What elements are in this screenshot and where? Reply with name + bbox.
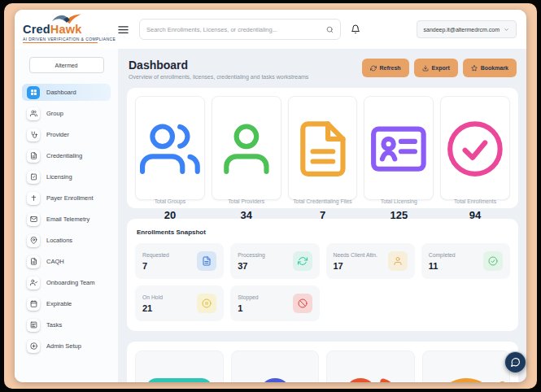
id-card-icon — [369, 105, 429, 193]
stat-card-total-providers[interactable]: Total Providers34 — [212, 96, 281, 200]
stat-card-total-credentialing-files[interactable]: Total Credentialing Files7 — [288, 96, 358, 200]
task-card-altermed-tasks[interactable]: Altermed Tasks15 — [422, 351, 511, 382]
tasks-icon — [27, 319, 40, 332]
task-card-total-tasks[interactable]: Total Tasks131 — [135, 351, 224, 382]
snapshot-card-text: On Hold21 — [142, 294, 163, 313]
ban-icon — [293, 294, 312, 313]
stat-value: 34 — [216, 209, 277, 221]
users-icon — [331, 359, 410, 382]
stat-card-total-licensing[interactable]: Total Licensing125 — [364, 96, 434, 200]
sidebar-item-licensing[interactable]: Licensing — [22, 168, 111, 185]
chat-icon — [510, 357, 521, 368]
stat-card-total-enrollments[interactable]: Total Enrollments94 — [440, 96, 510, 200]
file-text-icon — [27, 150, 40, 163]
sidebar-item-label: Payer Enrollment — [46, 194, 94, 202]
search-icon[interactable] — [326, 26, 334, 33]
download-icon — [422, 65, 429, 72]
sidebar-item-provider[interactable]: Provider — [22, 126, 111, 143]
sidebar-item-label: Email Telemetry — [46, 216, 89, 223]
stat-value: 125 — [369, 209, 429, 221]
snapshot-card-processing[interactable]: Processing37 — [230, 243, 319, 279]
sidebar-item-admin-setup[interactable]: Admin Setup — [22, 338, 111, 355]
check-circle-icon — [445, 105, 505, 193]
snapshot-grid: Requested7Processing37Needs Client Attn.… — [135, 243, 510, 321]
refresh-icon — [370, 65, 377, 72]
sidebar-item-expirable[interactable]: Expirable — [22, 295, 111, 312]
sidebar-item-label: CAQH — [46, 258, 64, 265]
file-text-icon — [293, 105, 353, 193]
medical-cross-icon — [27, 192, 40, 205]
sidebar-item-payer-enrollment[interactable]: Payer Enrollment — [22, 189, 111, 207]
mail-icon — [27, 213, 40, 226]
snapshot-label: Requested — [142, 252, 169, 258]
button-label: Refresh — [380, 65, 401, 71]
bell-icon[interactable] — [351, 24, 360, 34]
pause-circle-icon — [197, 294, 216, 313]
sidebar-item-label: Onboarding Team — [46, 279, 94, 286]
org-selector[interactable]: Altermed — [29, 57, 104, 73]
tasks-panel: Total Tasks131Provider Tasks23Group Task… — [127, 342, 518, 382]
hamburger-icon[interactable] — [117, 24, 129, 36]
sidebar-item-tasks[interactable]: Tasks — [22, 316, 111, 333]
stat-value: 7 — [293, 209, 353, 221]
user-menu[interactable]: sandeep.it@altermedrcm.com — [417, 20, 517, 38]
sidebar-item-locations[interactable]: Locations — [22, 232, 111, 249]
task-card-group-tasks[interactable]: Group Tasks86 — [326, 351, 415, 382]
sidebar-nav: DashboardGroupProviderCredentialingLicen… — [22, 84, 111, 355]
snapshot-card-text: Completed11 — [429, 252, 456, 271]
sidebar-item-onboarding-team[interactable]: Onboarding Team — [22, 274, 111, 291]
snapshot-title: Enrollments Snapshot — [137, 229, 508, 236]
global-search[interactable] — [139, 19, 341, 40]
chat-fab-button[interactable] — [504, 351, 526, 373]
snapshot-card-needs-client-attn[interactable]: Needs Client Attn.17 — [326, 243, 415, 279]
sidebar-item-dashboard[interactable]: Dashboard — [22, 84, 111, 101]
users-icon — [140, 105, 200, 193]
refresh-button[interactable]: Refresh — [362, 59, 409, 77]
snapshot-value: 37 — [238, 261, 265, 271]
brand-tagline: AI DRIVEN VERIFICATION & COMPLIANCE — [23, 37, 98, 43]
credhawk-logo: CredHawk AI DRIVEN VERIFICATION & COMPLI… — [23, 15, 107, 44]
stat-label: Total Licensing — [369, 198, 429, 206]
map-pin-icon — [27, 234, 40, 247]
stat-label: Total Enrollments — [445, 198, 505, 206]
page-title: Dashboard — [129, 59, 308, 72]
enrollments-snapshot-panel: Enrollments Snapshot Requested7Processin… — [127, 219, 518, 331]
search-input[interactable] — [146, 26, 321, 33]
snapshot-label: Needs Client Attn. — [334, 252, 377, 258]
stats-panel: Total Groups20Total Providers34Total Cre… — [127, 88, 518, 208]
export-button[interactable]: Export — [414, 59, 458, 77]
main-content: Dashboard Overview of enrollments, licen… — [119, 49, 526, 382]
refresh-icon — [293, 251, 312, 271]
snapshot-card-requested[interactable]: Requested7 — [135, 243, 224, 279]
plus-circle-icon — [27, 340, 40, 353]
stat-card-total-groups[interactable]: Total Groups20 — [135, 96, 205, 200]
sidebar-item-label: Dashboard — [46, 89, 76, 96]
sidebar-item-group[interactable]: Group — [22, 105, 111, 122]
desktop-frame: CredHawk AI DRIVEN VERIFICATION & COMPLI… — [4, 3, 537, 389]
sidebar-item-label: Licensing — [46, 173, 72, 181]
file-text-icon — [27, 255, 40, 268]
snapshot-label: Completed — [429, 252, 456, 258]
stat-label: Total Credentialing Files — [293, 198, 353, 206]
snapshot-card-stopped[interactable]: Stopped1 — [230, 285, 319, 321]
sidebar-item-caqh[interactable]: CAQH — [22, 253, 111, 270]
button-label: Export — [432, 65, 450, 71]
user-icon — [216, 105, 277, 193]
task-card-provider-tasks[interactable]: Provider Tasks23 — [231, 351, 320, 382]
snapshot-value: 11 — [429, 261, 456, 271]
hawk-bird-icon — [44, 13, 86, 26]
header-text: Dashboard Overview of enrollments, licen… — [129, 59, 308, 80]
snapshot-card-text: Stopped1 — [238, 294, 258, 313]
user-check-icon — [27, 277, 40, 290]
sidebar-item-credentialing[interactable]: Credentialing — [22, 147, 111, 164]
snapshot-card-on-hold[interactable]: On Hold21 — [135, 285, 224, 321]
user-email: sandeep.it@altermedrcm.com — [424, 27, 500, 33]
snapshot-card-completed[interactable]: Completed11 — [421, 243, 510, 279]
snapshot-card-text: Needs Client Attn.17 — [334, 252, 377, 271]
sidebar-item-email-telemetry[interactable]: Email Telemetry — [22, 211, 111, 228]
stat-value: 94 — [445, 209, 505, 221]
button-label: Bookmark — [481, 65, 508, 71]
header-buttons: RefreshExportBookmark — [362, 59, 517, 77]
bookmark-button[interactable]: Bookmark — [463, 59, 517, 77]
stethoscope-icon — [27, 128, 40, 142]
